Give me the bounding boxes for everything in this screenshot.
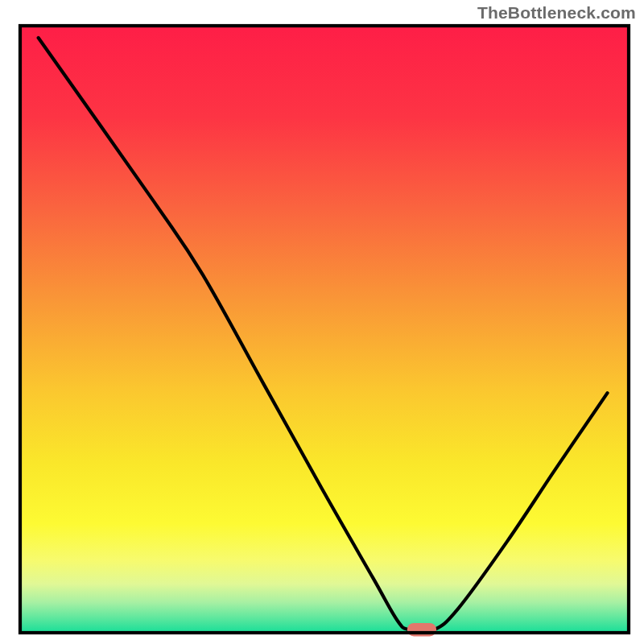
plot-gradient-background bbox=[20, 26, 629, 633]
chart-container: TheBottleneck.com bbox=[0, 0, 644, 644]
bottleneck-chart bbox=[0, 0, 644, 644]
